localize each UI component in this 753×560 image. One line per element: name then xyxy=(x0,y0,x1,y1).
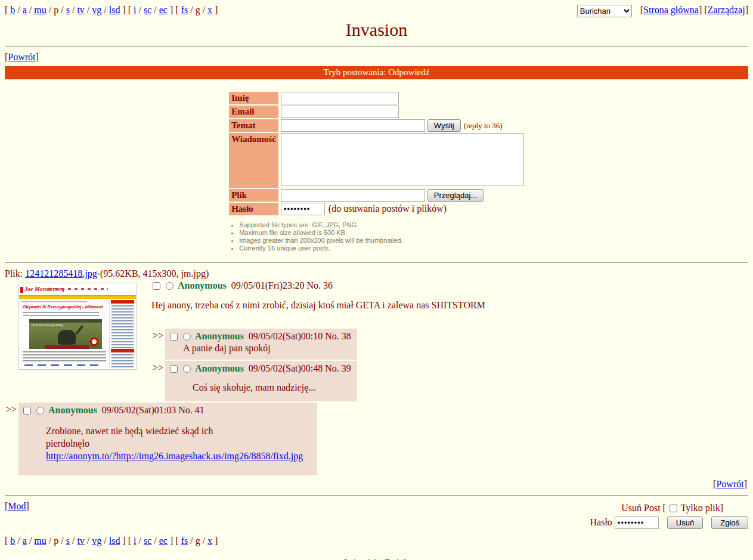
email-input[interactable] xyxy=(281,106,399,118)
reply-mode-banner: Tryb postowania: Odpowiedź xyxy=(5,66,748,79)
thumbnail-sidebar xyxy=(109,299,135,368)
reply-body-link[interactable]: http://anonym.to/?http://img26.imageshac… xyxy=(46,451,303,461)
board-rules: Supported file types are: GIF, JPG, PNG … xyxy=(229,221,525,252)
nav-board-s[interactable]: s xyxy=(66,536,70,546)
nav-board-b[interactable]: b xyxy=(10,5,15,15)
rule-item: Supported file types are: GIF, JPG, PNG xyxy=(239,221,525,229)
mod-link[interactable]: Mod xyxy=(8,501,26,511)
bracket: ] xyxy=(699,5,702,15)
nav-board-x[interactable]: x xyxy=(207,5,212,15)
poster-name: Anonymous xyxy=(195,331,244,341)
nav-board-fs[interactable]: fs xyxy=(181,536,188,546)
submit-button[interactable]: Wyślij xyxy=(427,119,461,132)
nav-board-i[interactable]: i xyxy=(134,5,136,15)
delete-checkbox-38[interactable] xyxy=(170,333,178,341)
style-select[interactable]: Burichan xyxy=(577,5,632,17)
delete-checkbox-36[interactable] xyxy=(153,282,160,290)
reply-post-41: Anonymous 09/05/02(Sat)01:03 No. 41 Zrob… xyxy=(18,403,317,475)
thumbnail-headline: Obywatel IV Rzeczypospolitej - billboard xyxy=(23,305,107,310)
file-info-line: Plik: 124121285418.jpg-(95.62KB, 415x300… xyxy=(5,268,748,279)
thumbnail-text-lines xyxy=(23,351,106,361)
bracket: [ xyxy=(175,536,178,546)
top-bar: [ b / a / mu / p / s / tv / vg / lsd ] [… xyxy=(5,5,748,17)
bottom-controls: [Mod] Usuń Post [ Tylko plik] Hasło Usuń… xyxy=(5,501,748,530)
nav-board-a[interactable]: a xyxy=(23,5,27,15)
only-file-label: Tylko plik] xyxy=(681,503,723,513)
separator: / xyxy=(17,536,20,546)
post-number: No. 39 xyxy=(325,363,351,373)
report-radio-36[interactable] xyxy=(166,282,173,290)
reply-post-body: A panie daj pan spokój xyxy=(183,343,351,354)
message-textarea[interactable] xyxy=(281,133,524,185)
nav-board-tv[interactable]: tv xyxy=(77,5,84,15)
bracket: ] xyxy=(122,5,125,15)
nav-board-ec[interactable]: ec xyxy=(159,5,168,15)
delete-button[interactable]: Usuń xyxy=(667,516,703,529)
file-link[interactable]: 124121285418.jpg xyxy=(25,268,97,279)
nav-board-sc[interactable]: sc xyxy=(144,5,151,15)
separator: / xyxy=(203,5,205,15)
password-input[interactable] xyxy=(281,203,325,215)
post-number: No. 41 xyxy=(178,405,204,415)
divider xyxy=(5,495,748,496)
return-link-top[interactable]: Powrót xyxy=(8,52,35,62)
subject-label: Temat xyxy=(229,119,278,132)
delete-checkbox-39[interactable] xyxy=(170,365,178,373)
bracket: ] xyxy=(122,536,125,546)
nav-board-vg[interactable]: vg xyxy=(92,536,101,546)
separator: / xyxy=(203,536,205,546)
file-input[interactable] xyxy=(281,189,425,202)
delete-password-input[interactable] xyxy=(615,516,659,529)
thumbnail-text-lines xyxy=(111,354,134,369)
reply-post-header: Anonymous 09/05/02(Sat)00:48 No. 39 xyxy=(169,363,351,374)
thumbnail-decoration xyxy=(23,312,99,316)
subject-input[interactable] xyxy=(281,119,425,132)
report-button[interactable]: Zgłoś xyxy=(711,516,748,529)
bracket: [ xyxy=(5,536,8,546)
name-label: Imię xyxy=(229,92,278,104)
nav-board-tv[interactable]: tv xyxy=(77,536,84,546)
nav-board-i[interactable]: i xyxy=(134,536,136,546)
file-line-label: Plik: xyxy=(5,268,23,279)
nav-board-ec[interactable]: ec xyxy=(159,536,168,546)
separator: / xyxy=(72,5,75,15)
nav-board-sc[interactable]: sc xyxy=(144,536,151,546)
nav-board-lsd[interactable]: lsd xyxy=(109,5,120,15)
delete-post-action-line: Hasło Usuń Zgłoś xyxy=(590,515,748,530)
separator: / xyxy=(154,536,156,546)
name-input[interactable] xyxy=(281,92,399,104)
return-line-top: [Powrót] xyxy=(5,52,748,63)
nav-board-mu[interactable]: mu xyxy=(34,5,46,15)
report-radio-39[interactable] xyxy=(183,365,191,373)
delete-checkbox-41[interactable] xyxy=(23,407,31,414)
delete-post-label: Usuń Post [ xyxy=(621,503,666,513)
file-meta: -(95.62KB, 415x300, jm.jpg) xyxy=(97,268,209,279)
nav-board-fs[interactable]: fs xyxy=(181,5,188,15)
separator: / xyxy=(190,536,193,546)
email-label: Email xyxy=(229,106,278,118)
thread: Joe Monster.org Obywatel IV Rzeczypospol… xyxy=(5,280,748,475)
bracket: [ xyxy=(5,5,8,15)
header-controls: Burichan [Strona główna] [Zarządzaj] xyxy=(577,5,748,17)
footer-text: - xyxy=(339,557,343,560)
nav-board-b[interactable]: b xyxy=(10,536,15,546)
nav-board-a[interactable]: a xyxy=(23,536,27,546)
browse-button[interactable]: Przeglądaj... xyxy=(427,189,484,202)
return-link-bottom[interactable]: Powrót xyxy=(716,479,743,489)
engine-link[interactable]: Serissa 1.1 xyxy=(343,557,377,560)
post-thumbnail-image[interactable]: Joe Monster.org Obywatel IV Rzeczypospol… xyxy=(18,283,137,370)
report-radio-41[interactable] xyxy=(36,407,44,414)
thumbnail-decoration xyxy=(29,319,102,323)
nav-board-s[interactable]: s xyxy=(66,5,70,15)
separator: / xyxy=(29,536,32,546)
nav-board-vg[interactable]: vg xyxy=(92,5,101,15)
post-form: Imię Email Temat Wyślij(reply to 36) Wia… xyxy=(228,91,525,216)
home-link[interactable]: Strona główna xyxy=(643,5,699,15)
only-file-checkbox[interactable] xyxy=(670,505,677,512)
nav-board-lsd[interactable]: lsd xyxy=(109,536,120,546)
nav-board-mu[interactable]: mu xyxy=(34,536,46,546)
manage-link[interactable]: Zarządzaj xyxy=(708,5,745,15)
report-radio-38[interactable] xyxy=(183,333,191,341)
separator: / xyxy=(49,536,51,546)
nav-board-x[interactable]: x xyxy=(207,536,212,546)
